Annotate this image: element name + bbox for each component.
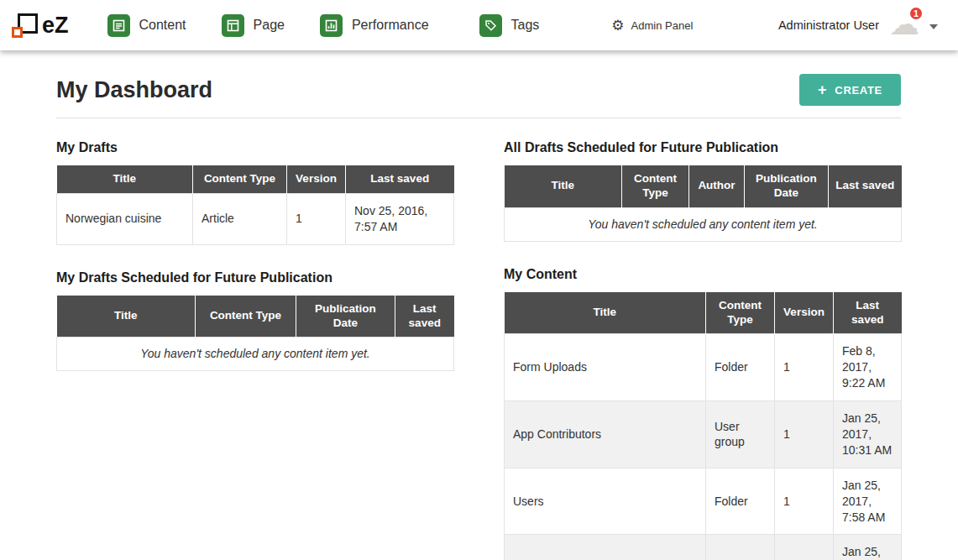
top-bar: eZ Content Page Performance Tags xyxy=(0,0,958,50)
admin-panel-button[interactable]: ⚙ Admin Panel xyxy=(611,18,693,33)
dashboard-main: My Dashboard + CREATE My Drafts Title Co… xyxy=(0,50,958,560)
column-header-title: Title xyxy=(57,296,196,338)
dashboard-columns: My Drafts Title Content Type Version Las… xyxy=(56,140,901,560)
table-row[interactable]: Users Folder 1 Jan 25, 2017, 7:58 AM xyxy=(505,468,902,535)
right-column: All Drafts Scheduled for Future Publicat… xyxy=(504,140,901,560)
section-title-all-drafts-scheduled: All Drafts Scheduled for Future Publicat… xyxy=(504,140,901,155)
ez-logo-icon xyxy=(12,12,40,39)
nav-label-content: Content xyxy=(139,18,186,33)
tags-icon xyxy=(479,14,502,37)
table-row[interactable]: Form Uploads Folder 1 Feb 8, 2017, 9:22 … xyxy=(505,334,902,401)
avatar[interactable]: ☁ 1 xyxy=(887,12,921,39)
table-header-row: Title Content Type Version Last saved xyxy=(57,165,454,193)
column-header-title: Title xyxy=(505,165,622,207)
content-icon xyxy=(107,14,130,37)
create-button[interactable]: + CREATE xyxy=(799,74,901,106)
cell-title: App xyxy=(505,535,706,560)
logo-text: eZ xyxy=(42,13,69,39)
gear-icon: ⚙ xyxy=(611,18,624,33)
chevron-down-icon xyxy=(929,24,938,29)
column-header-publication-date: Publication Date xyxy=(745,165,829,207)
nav-item-page[interactable]: Page xyxy=(222,14,285,37)
cell-last-saved: Feb 8, 2017, 9:22 AM xyxy=(834,334,902,401)
section-title-my-drafts-scheduled: My Drafts Scheduled for Future Publicati… xyxy=(56,270,453,285)
cell-last-saved: Jan 25, 2017, 7:55 AM xyxy=(834,535,902,560)
column-header-last-saved: Last saved xyxy=(829,165,902,207)
cell-content-type: User group xyxy=(706,401,775,468)
column-header-content-type: Content Type xyxy=(622,165,689,207)
empty-row: You haven't scheduled any content item y… xyxy=(57,338,454,371)
my-content-section: My Content Title Content Type Version La… xyxy=(504,267,901,560)
table-row[interactable]: App Folder 1 Jan 25, 2017, 7:55 AM xyxy=(505,535,902,560)
nav-item-content[interactable]: Content xyxy=(107,14,186,37)
column-header-last-saved: Last saved xyxy=(346,165,454,193)
cell-version: 1 xyxy=(775,401,834,468)
column-header-version: Version xyxy=(287,165,346,193)
cell-last-saved: Jan 25, 2017, 10:31 AM xyxy=(834,401,902,468)
cell-content-type: Article xyxy=(193,193,287,244)
column-header-content-type: Content Type xyxy=(196,296,296,338)
column-header-version: Version xyxy=(775,292,834,334)
page-title: My Dashboard xyxy=(56,77,212,103)
left-column: My Drafts Title Content Type Version Las… xyxy=(56,140,453,560)
cell-last-saved: Nov 25, 2016, 7:57 AM xyxy=(346,193,454,244)
nav-item-tags[interactable]: Tags xyxy=(479,14,540,37)
section-title-my-content: My Content xyxy=(504,267,901,282)
create-button-label: CREATE xyxy=(835,84,882,97)
all-drafts-scheduled-table: Title Content Type Author Publication Da… xyxy=(504,165,902,242)
empty-row: You haven't scheduled any content item y… xyxy=(505,207,902,241)
my-drafts-scheduled-section: My Drafts Scheduled for Future Publicati… xyxy=(56,270,453,372)
nav-label-performance: Performance xyxy=(352,18,429,33)
notification-badge[interactable]: 1 xyxy=(908,6,924,21)
cell-version: 1 xyxy=(775,468,834,535)
admin-panel-label: Admin Panel xyxy=(631,19,694,32)
table-header-row: Title Content Type Version Last saved xyxy=(505,292,902,334)
table-row[interactable]: Norwegian cuisine Article 1 Nov 25, 2016… xyxy=(57,193,454,244)
column-header-last-saved: Last saved xyxy=(395,296,454,338)
my-drafts-section: My Drafts Title Content Type Version Las… xyxy=(56,140,453,245)
cell-version: 1 xyxy=(775,535,834,560)
column-header-content-type: Content Type xyxy=(193,165,287,193)
cell-content-type: Folder xyxy=(706,468,775,535)
table-row[interactable]: App Contributors User group 1 Jan 25, 20… xyxy=(505,401,902,468)
cell-content-type: Folder xyxy=(706,535,775,560)
performance-icon xyxy=(320,14,343,37)
cell-title: App Contributors xyxy=(505,401,706,468)
column-header-content-type: Content Type xyxy=(706,292,775,334)
cell-title: Norwegian cuisine xyxy=(57,193,193,244)
column-header-publication-date: Publication Date xyxy=(296,296,395,338)
cell-title: Users xyxy=(505,468,706,535)
column-header-title: Title xyxy=(505,292,706,334)
my-drafts-scheduled-table: Title Content Type Publication Date Last… xyxy=(56,296,454,372)
cell-version: 1 xyxy=(775,334,834,401)
empty-message: You haven't scheduled any content item y… xyxy=(57,338,454,371)
cell-last-saved: Jan 25, 2017, 7:58 AM xyxy=(834,468,902,535)
empty-message: You haven't scheduled any content item y… xyxy=(505,207,902,241)
my-drafts-table: Title Content Type Version Last saved No… xyxy=(56,165,454,245)
table-header-row: Title Content Type Publication Date Last… xyxy=(57,296,454,338)
nav-item-performance[interactable]: Performance xyxy=(320,14,429,37)
table-header-row: Title Content Type Author Publication Da… xyxy=(505,165,902,207)
ez-logo[interactable]: eZ xyxy=(12,12,69,39)
nav-label-page: Page xyxy=(254,18,285,33)
my-content-table: Title Content Type Version Last saved Fo… xyxy=(504,292,902,560)
cell-title: Form Uploads xyxy=(505,334,706,401)
cell-content-type: Folder xyxy=(706,334,775,401)
all-drafts-scheduled-section: All Drafts Scheduled for Future Publicat… xyxy=(504,140,901,242)
section-title-my-drafts: My Drafts xyxy=(56,140,453,155)
column-header-author: Author xyxy=(689,165,745,207)
user-name: Administrator User xyxy=(778,18,879,32)
user-menu[interactable]: Administrator User ☁ 1 xyxy=(778,12,938,39)
column-header-title: Title xyxy=(57,165,193,193)
cell-version: 1 xyxy=(287,193,346,244)
page-icon xyxy=(222,14,244,37)
column-header-last-saved: Last saved xyxy=(834,292,902,334)
nav-label-tags: Tags xyxy=(511,18,540,33)
page-header: My Dashboard + CREATE xyxy=(56,74,901,118)
main-nav: Content Page Performance Tags xyxy=(107,14,540,37)
plus-icon: + xyxy=(818,82,827,97)
